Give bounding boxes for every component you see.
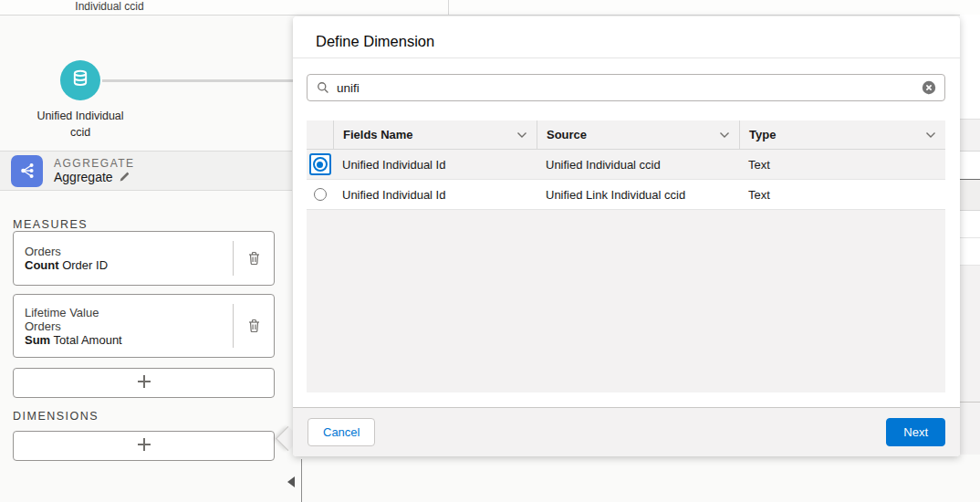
- measure-name: Orders: [25, 245, 222, 258]
- step-name: Aggregate: [54, 171, 113, 184]
- modal-footer: Cancel Next: [293, 407, 960, 456]
- background-panel-area: [960, 265, 980, 403]
- background-panel-row: [960, 237, 980, 238]
- define-dimension-modal: Define Dimension Fields Name: [293, 16, 960, 456]
- step-type-label: AGGREGATE: [54, 157, 135, 171]
- radio-unselected[interactable]: [314, 188, 327, 201]
- column-label: Fields Name: [343, 128, 413, 141]
- edit-pencil-icon[interactable]: [119, 171, 130, 185]
- measure-aggregation: Sum: [25, 333, 50, 347]
- measure-card[interactable]: Orders Count Order ID: [13, 231, 275, 286]
- node-label: Unified Individual ccid: [16, 108, 144, 141]
- measures-heading: MEASURES: [13, 218, 88, 231]
- table-header-row: Fields Name Source Type: [307, 120, 945, 150]
- background-panel-row: [960, 179, 980, 211]
- column-label: Type: [749, 128, 776, 141]
- modal-title-divider: [293, 58, 960, 58]
- cell-source: Unified Individual ccid: [537, 158, 739, 172]
- table-row[interactable]: Unified Individual Id Unified Individual…: [307, 150, 945, 180]
- database-icon: [69, 68, 91, 93]
- measure-object: Orders: [25, 319, 222, 333]
- chevron-down-icon[interactable]: [719, 128, 730, 141]
- search-input[interactable]: [337, 81, 922, 95]
- radio-selected[interactable]: [309, 153, 331, 175]
- measure-name: Lifetime Value: [25, 306, 222, 319]
- delete-measure-button[interactable]: [234, 319, 274, 333]
- app-canvas: Individual ccid Unified Individual ccid: [0, 0, 980, 502]
- measure-field: Total Amount: [54, 333, 122, 347]
- add-measure-button[interactable]: [13, 368, 275, 398]
- column-header-fields-name[interactable]: Fields Name: [333, 120, 537, 149]
- plus-icon: [135, 372, 153, 394]
- column-header-source[interactable]: Source: [537, 120, 739, 149]
- background-panel-footer: [960, 402, 980, 455]
- node-connector-line: [102, 79, 303, 82]
- add-dimension-button[interactable]: [13, 431, 275, 461]
- measure-card[interactable]: Lifetime Value Orders Sum Total Amount: [13, 294, 275, 358]
- column-header-type[interactable]: Type: [739, 120, 945, 149]
- cell-source: Unified Link Individual ccid: [537, 188, 739, 202]
- modal-title: Define Dimension: [316, 33, 434, 50]
- data-source-node[interactable]: [60, 60, 100, 100]
- node-label-line1: Unified Individual: [16, 108, 144, 124]
- search-field-container: [307, 74, 945, 101]
- table-row[interactable]: Unified Individual Id Unified Link Indiv…: [307, 180, 945, 210]
- cell-field-name: Unified Individual Id: [333, 158, 537, 172]
- column-label: Source: [547, 128, 587, 141]
- table-empty-area: [307, 210, 945, 392]
- dimensions-heading: DIMENSIONS: [13, 410, 99, 423]
- cell-type: Text: [739, 158, 945, 172]
- delete-measure-button[interactable]: [234, 251, 274, 266]
- next-button[interactable]: Next: [886, 418, 945, 446]
- panel-edge-line: [301, 459, 302, 502]
- cancel-button[interactable]: Cancel: [308, 418, 375, 446]
- search-icon: [317, 81, 329, 94]
- canvas-divider: [448, 0, 449, 15]
- aggregate-icon: [11, 155, 43, 187]
- chevron-down-icon[interactable]: [516, 128, 527, 141]
- measure-field: Order ID: [62, 258, 108, 272]
- chevron-down-icon[interactable]: [925, 128, 936, 141]
- fields-table: Fields Name Source Type: [307, 120, 945, 210]
- clear-search-icon[interactable]: [922, 80, 936, 95]
- measure-aggregation: Count: [25, 258, 59, 272]
- plus-icon: [135, 435, 153, 457]
- collapse-panel-icon[interactable]: [287, 476, 295, 487]
- aggregate-step-header: AGGREGATE Aggregate: [0, 151, 292, 191]
- background-node-label: Individual ccid: [36, 0, 182, 13]
- cell-type: Text: [739, 188, 945, 202]
- radio-column-header: [307, 120, 333, 149]
- background-panel-row: [960, 119, 980, 152]
- cell-field-name: Unified Individual Id: [333, 188, 537, 202]
- node-label-line2: ccid: [16, 124, 144, 141]
